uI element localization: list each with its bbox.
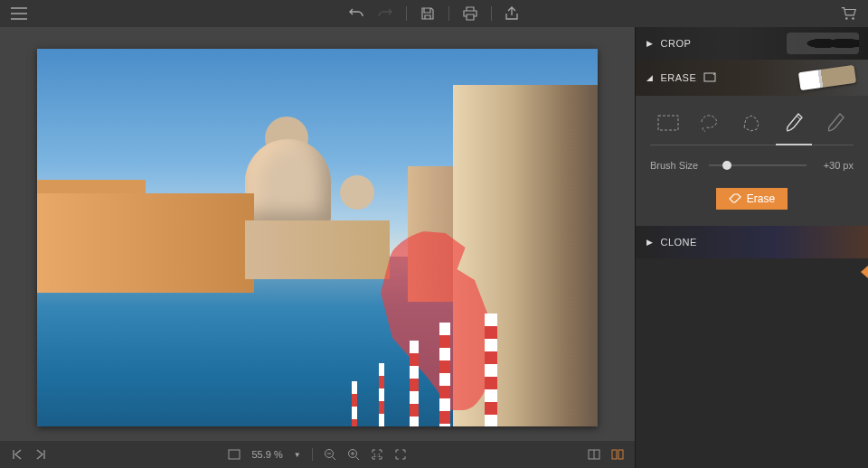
erase-button-label: Erase (747, 192, 775, 205)
panel-erase-header[interactable]: ◢ ERASE (636, 60, 868, 96)
svg-rect-7 (612, 450, 617, 459)
erase-tool-row (650, 108, 854, 145)
bottom-toolbar: 55.9 % ▼ 1:1 (0, 441, 635, 468)
compare-split-icon[interactable] (611, 449, 624, 460)
top-toolbar (0, 0, 868, 27)
menu-icon[interactable] (11, 5, 27, 22)
erase-button[interactable]: Erase (716, 188, 788, 210)
photo-building-left (37, 193, 254, 293)
panel-crop-header[interactable]: ▶ CROP (636, 27, 868, 60)
svg-point-0 (845, 17, 848, 20)
photo-dome-side (340, 175, 374, 210)
fullscreen-icon[interactable] (394, 448, 407, 461)
separator (448, 6, 449, 21)
rectangle-select-tool[interactable] (654, 108, 683, 137)
svg-rect-2 (229, 450, 240, 459)
svg-text:1:1: 1:1 (373, 453, 381, 458)
svg-rect-10 (658, 116, 678, 130)
brush-size-slider[interactable] (709, 159, 807, 172)
erase-panel-icon (703, 72, 716, 83)
share-icon[interactable] (505, 5, 521, 22)
undo-icon[interactable] (348, 5, 364, 22)
brush-size-row: Brush Size +30 px (650, 159, 854, 172)
zoom-in-icon[interactable] (347, 448, 360, 461)
eraser-icon (729, 193, 741, 204)
photo-building-center (245, 220, 390, 279)
photo-building-left-roof (37, 180, 146, 193)
sidebar-collapse-tab[interactable] (861, 266, 868, 278)
slider-thumb[interactable] (722, 161, 731, 170)
save-icon[interactable] (420, 5, 436, 22)
svg-point-1 (852, 17, 854, 20)
main-area: 55.9 % ▼ 1:1 (0, 27, 868, 468)
panel-clone-label: CLONE (661, 237, 697, 248)
redo-icon[interactable] (377, 5, 393, 22)
canvas-area[interactable] (0, 27, 635, 441)
brush-select-tool[interactable] (779, 108, 808, 137)
actual-pixels-icon[interactable]: 1:1 (371, 448, 383, 461)
lasso-select-tool[interactable] (695, 108, 724, 137)
polygon-select-tool[interactable] (738, 108, 767, 137)
zoom-out-icon[interactable] (324, 448, 336, 461)
photo-pole (485, 314, 497, 426)
photo-pole (410, 341, 419, 426)
right-sidebar: ▶ CROP ◢ ERASE (635, 27, 868, 468)
separator (491, 6, 492, 21)
panel-erase-label: ERASE (661, 72, 697, 83)
next-image-icon[interactable] (34, 448, 47, 461)
panel-erase-body: Brush Size +30 px Erase (636, 96, 868, 226)
separator (312, 448, 313, 461)
separator (406, 6, 407, 21)
zoom-dropdown-icon[interactable]: ▼ (294, 451, 301, 459)
chevron-right-icon: ▶ (646, 238, 654, 247)
print-icon[interactable] (462, 5, 478, 22)
compare-single-icon[interactable] (588, 449, 600, 460)
photo-pole (439, 323, 450, 426)
chevron-right-icon: ▶ (646, 39, 654, 48)
canvas-wrap: 55.9 % ▼ 1:1 (0, 27, 635, 468)
fit-screen-icon[interactable] (228, 449, 241, 460)
chevron-down-icon: ◢ (646, 73, 654, 82)
panel-clone-header[interactable]: ▶ CLONE (636, 226, 868, 258)
zoom-value: 55.9 % (251, 449, 282, 460)
photo-pole (379, 363, 384, 426)
prev-image-icon[interactable] (11, 448, 24, 461)
photo-pole (352, 381, 357, 426)
svg-rect-8 (618, 450, 623, 459)
eraser-select-tool[interactable] (821, 108, 850, 137)
photo-canvas[interactable] (37, 49, 598, 426)
brush-size-value: +30 px (817, 160, 854, 171)
panel-crop-label: CROP (661, 38, 692, 49)
photo-dome-large (245, 139, 331, 225)
cart-icon[interactable] (841, 5, 857, 22)
brush-size-label: Brush Size (650, 160, 698, 171)
